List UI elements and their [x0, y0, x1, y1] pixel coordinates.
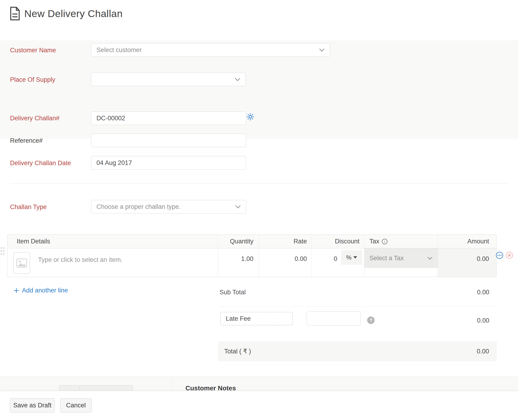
delivery-challan-number-input[interactable]	[91, 112, 246, 125]
col-header-tax: Tax i	[364, 235, 438, 248]
image-icon	[16, 258, 27, 268]
svg-text:i: i	[384, 240, 385, 244]
late-fee-value: 0.00	[477, 317, 489, 324]
amount-cell: 0.00	[438, 248, 496, 277]
place-of-supply-select[interactable]	[91, 73, 246, 86]
challan-type-select[interactable]: Choose a proper challan type.	[91, 200, 246, 213]
section-divider	[10, 183, 508, 184]
add-another-line-label: Add another line	[22, 287, 68, 294]
row-more-options-icon[interactable]	[496, 252, 503, 259]
late-fee-input[interactable]	[307, 311, 361, 325]
discount-unit-dropdown[interactable]: %	[341, 250, 362, 265]
late-fee-help-icon[interactable]: ?	[367, 316, 375, 324]
quantity-value[interactable]: 1.00	[241, 255, 253, 262]
tax-select[interactable]: Select a Tax	[364, 248, 438, 268]
total-value: 0.00	[477, 348, 489, 355]
item-table-header-row: Item Details Quantity Rate Discount Tax …	[7, 235, 496, 248]
rate-cell[interactable]: 0.00	[259, 248, 311, 277]
item-details-cell[interactable]: Type or click to select an item.	[7, 248, 218, 277]
quantity-cell[interactable]: 1.00	[218, 248, 259, 277]
save-as-draft-button[interactable]: Save as Draft	[10, 398, 55, 412]
place-of-supply-label: Place Of Supply	[10, 76, 55, 83]
document-icon	[9, 7, 21, 21]
challan-type-placeholder: Choose a proper challan type.	[96, 203, 181, 210]
item-table: Item Details Quantity Rate Discount Tax …	[7, 234, 496, 277]
reference-number-label: Reference#	[10, 137, 43, 144]
vertical-divider	[172, 377, 172, 391]
item-image-placeholder[interactable]	[13, 252, 30, 274]
tax-select-placeholder: Select a Tax	[370, 255, 404, 262]
discount-value[interactable]: 0	[334, 255, 337, 262]
col-header-discount: Discount	[311, 235, 364, 248]
cancel-button[interactable]: Cancel	[60, 398, 92, 412]
reference-number-input[interactable]	[91, 134, 246, 147]
col-header-item-details: Item Details	[7, 235, 218, 248]
notes-section-partial: Customer Notes	[0, 376, 518, 391]
delivery-challan-date-input[interactable]	[91, 156, 246, 170]
item-row: Type or click to select an item. 1.00 0.…	[7, 248, 496, 277]
add-another-line-link[interactable]: Add another line	[14, 287, 68, 294]
col-header-rate: Rate	[259, 235, 311, 248]
col-header-amount: Amount	[438, 235, 496, 248]
delivery-challan-number-label: Delivery Challan#	[10, 115, 59, 122]
challan-type-label: Challan Type	[10, 203, 47, 211]
caret-down-icon	[353, 256, 357, 259]
discount-unit-label: %	[346, 254, 351, 261]
total-label: Total ( ₹ )	[224, 348, 251, 355]
amount-value: 0.00	[477, 255, 489, 262]
totals-divider	[218, 307, 496, 307]
tax-header-label: Tax	[370, 238, 379, 245]
sub-total-label: Sub Total	[220, 289, 246, 296]
late-fee-label: Late Fee	[226, 315, 251, 322]
rate-value[interactable]: 0.00	[295, 255, 307, 262]
item-select-placeholder[interactable]: Type or click to select an item.	[38, 256, 123, 263]
help-glyph: ?	[370, 317, 372, 323]
tax-cell: Select a Tax	[364, 248, 438, 277]
row-delete-icon[interactable]	[506, 252, 513, 259]
discount-cell[interactable]: 0 %	[311, 248, 364, 277]
customer-select[interactable]: Select customer	[91, 43, 330, 57]
late-fee-button[interactable]: Late Fee	[220, 312, 293, 325]
page-header: New Delivery Challan	[0, 0, 518, 41]
customer-name-label: Customer Name	[10, 47, 56, 54]
customer-select-placeholder: Select customer	[96, 46, 142, 54]
plus-icon	[14, 288, 19, 293]
row-drag-handle[interactable]	[0, 247, 5, 255]
challan-number-settings-gear-icon[interactable]	[246, 113, 254, 121]
delivery-challan-date-label: Delivery Challan Date	[10, 159, 71, 167]
partial-control-segment[interactable]	[59, 385, 80, 391]
chevron-down-icon	[427, 257, 433, 260]
row-actions	[496, 252, 513, 259]
total-row: Total ( ₹ ) 0.00	[218, 342, 496, 361]
sub-total-value: 0.00	[477, 289, 489, 296]
footer-bar: Save as Draft Cancel	[0, 391, 518, 420]
col-header-quantity: Quantity	[218, 235, 259, 248]
partial-control-segment[interactable]	[79, 385, 133, 391]
page-title: New Delivery Challan	[24, 8, 123, 19]
tax-info-icon[interactable]: i	[382, 239, 388, 245]
chevron-down-icon	[235, 205, 241, 208]
chevron-down-icon	[319, 48, 325, 52]
chevron-down-icon	[235, 78, 240, 81]
new-delivery-challan-page: New Delivery Challan Customer Name Selec…	[0, 0, 518, 420]
customer-notes-label: Customer Notes	[185, 384, 236, 391]
